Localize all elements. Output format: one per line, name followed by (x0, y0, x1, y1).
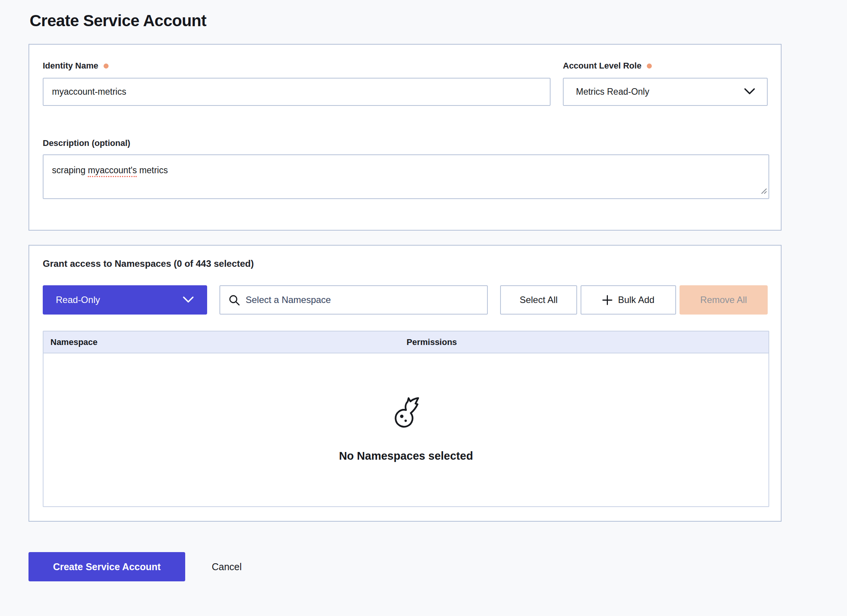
permission-dropdown-value: Read-Only (56, 295, 100, 305)
required-dot-icon (647, 64, 652, 69)
namespaces-table: Namespace Permissions No Namespaces sele… (43, 331, 769, 507)
identity-card: Identity Name Account Level Role Metrics… (28, 44, 782, 231)
column-header-permissions: Permissions (407, 337, 768, 347)
empty-state: No Namespaces selected (339, 397, 473, 462)
permission-dropdown[interactable]: Read-Only (43, 285, 207, 315)
select-all-button[interactable]: Select All (500, 285, 577, 315)
footer-actions: Create Service Account Cancel (28, 552, 847, 581)
identity-name-label-text: Identity Name (43, 60, 98, 72)
namespaces-heading: Grant access to Namespaces (0 of 443 sel… (43, 258, 768, 270)
chevron-down-icon (744, 87, 755, 97)
account-level-role-select[interactable]: Metrics Read-Only (563, 78, 768, 106)
column-header-namespace: Namespace (44, 337, 407, 347)
namespace-search (219, 285, 488, 315)
page-title: Create Service Account (30, 12, 847, 30)
account-level-role-value: Metrics Read-Only (576, 87, 649, 97)
description-textarea[interactable]: scraping myaccount's metrics (43, 154, 769, 199)
identity-name-label: Identity Name (43, 60, 109, 72)
select-all-label: Select All (520, 295, 558, 305)
cancel-button[interactable]: Cancel (212, 561, 242, 572)
namespace-search-input[interactable] (219, 285, 488, 315)
bulk-add-button[interactable]: Bulk Add (581, 285, 676, 315)
required-dot-icon (104, 64, 109, 69)
bulk-add-label: Bulk Add (618, 295, 654, 305)
account-level-role-label: Account Level Role (563, 60, 652, 72)
description-label: Description (optional) (43, 137, 768, 149)
description-text-prefix: scraping (52, 165, 88, 175)
plus-icon (602, 295, 613, 305)
cancel-label: Cancel (212, 561, 242, 572)
namespaces-card: Grant access to Namespaces (0 of 443 sel… (28, 245, 782, 522)
account-level-role-label-text: Account Level Role (563, 60, 641, 72)
description-text-suffix: metrics (137, 165, 168, 175)
comet-icon (389, 397, 423, 433)
resize-handle-icon[interactable] (760, 186, 767, 197)
remove-all-button[interactable]: Remove All (680, 285, 768, 315)
namespaces-controls: Read-Only Select All (43, 285, 768, 315)
empty-state-message: No Namespaces selected (339, 450, 473, 462)
identity-name-input[interactable] (43, 78, 551, 106)
description-text-misspelled: myaccount's (88, 165, 137, 177)
create-service-account-button[interactable]: Create Service Account (28, 552, 185, 581)
chevron-down-icon (182, 295, 194, 305)
remove-all-label: Remove All (700, 295, 747, 305)
namespaces-table-body: No Namespaces selected (44, 353, 768, 506)
namespaces-table-header: Namespace Permissions (44, 331, 768, 353)
create-service-account-label: Create Service Account (53, 561, 161, 572)
